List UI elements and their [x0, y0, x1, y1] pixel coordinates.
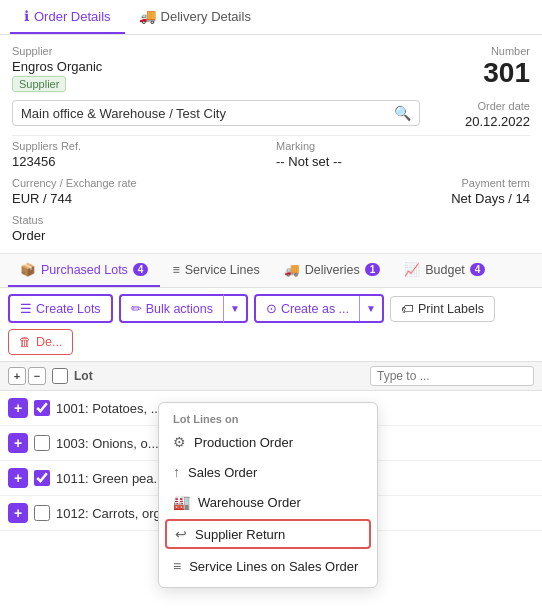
toolbar: ☰ Create Lots ✏ Bulk actions ▼ ⊙ Create … [0, 288, 542, 362]
create-as-button[interactable]: ⊙ Create as ... [256, 296, 360, 321]
number-value: 301 [430, 59, 530, 87]
purchased-lots-icon: 📦 [20, 262, 36, 277]
row-checkbox-4[interactable] [34, 505, 50, 521]
delete-icon: 🗑 [19, 335, 32, 349]
create-lots-button[interactable]: ☰ Create Lots [8, 294, 113, 323]
tab-delivery-details[interactable]: 🚚 Delivery Details [125, 0, 265, 34]
collapse-all-btn[interactable]: − [28, 367, 46, 385]
bulk-actions-icon: ✏ [131, 301, 142, 316]
dropdown-section-label: Lot Lines on [159, 409, 377, 427]
supplier-group: Supplier Engros Organic Supplier [12, 45, 420, 92]
number-group: Number 301 [430, 45, 530, 92]
supplier-name: Engros Organic [12, 59, 420, 74]
table-header: + − Lot [0, 362, 542, 391]
supplier-label: Supplier [12, 45, 420, 57]
dropdown-item-production-order[interactable]: ⚙ Production Order [159, 427, 377, 457]
warehouse-input[interactable] [21, 106, 394, 121]
supplier-return-icon: ↩ [175, 526, 187, 542]
lot-column-header: Lot [74, 369, 364, 383]
service-lines-icon: ≡ [172, 263, 179, 277]
create-as-caret[interactable]: ▼ [360, 296, 382, 321]
warehouse-order-icon: 🏭 [173, 494, 190, 510]
sales-order-icon: ↑ [173, 464, 180, 480]
top-tabs: ℹ Order Details 🚚 Delivery Details [0, 0, 542, 35]
marking-value: -- Not set -- [276, 154, 530, 169]
tab-order-details[interactable]: ℹ Order Details [10, 0, 125, 34]
dropdown-item-supplier-return[interactable]: ↩ Supplier Return [165, 519, 371, 549]
order-form: Supplier Engros Organic Supplier Number … [0, 35, 542, 254]
order-date-group: Order date 20.12.2022 [430, 100, 530, 129]
dropdown-item-warehouse-order[interactable]: 🏭 Warehouse Order [159, 487, 377, 517]
payment-term-label: Payment term [430, 177, 530, 189]
create-as-dropdown: Lot Lines on ⚙ Production Order ↑ Sales … [158, 402, 378, 588]
warehouse-group[interactable]: 🔍 [12, 100, 420, 129]
bulk-actions-caret[interactable]: ▼ [223, 294, 248, 323]
tab-budget[interactable]: 📈 Budget 4 [392, 254, 497, 287]
order-date-label: Order date [430, 100, 530, 112]
tab-service-lines[interactable]: ≡ Service Lines [160, 254, 271, 287]
bulk-actions-button[interactable]: ✏ Bulk actions [119, 294, 223, 323]
create-lots-icon: ☰ [20, 301, 32, 316]
suppliers-ref-value: 123456 [12, 154, 266, 169]
status-group: Status Order [12, 214, 530, 243]
row-expand-btn-3[interactable]: + [8, 468, 28, 488]
section-tabs: 📦 Purchased Lots 4 ≡ Service Lines 🚚 Del… [0, 254, 542, 288]
currency-value: EUR / 744 [12, 191, 420, 206]
select-all-checkbox[interactable] [52, 368, 68, 384]
order-details-icon: ℹ [24, 8, 29, 24]
delete-button[interactable]: 🗑 De... [8, 329, 73, 355]
production-order-icon: ⚙ [173, 434, 186, 450]
row-expand-btn-2[interactable]: + [8, 433, 28, 453]
marking-label: Marking [276, 140, 530, 152]
purchased-lots-badge: 4 [133, 263, 149, 276]
deliveries-icon: 🚚 [284, 262, 300, 277]
status-label: Status [12, 214, 530, 226]
create-as-icon: ⊙ [266, 301, 277, 316]
create-as-split: ⊙ Create as ... ▼ [254, 294, 384, 323]
number-label: Number [430, 45, 530, 57]
bulk-actions-split: ✏ Bulk actions ▼ [119, 294, 248, 323]
deliveries-badge: 1 [365, 263, 381, 276]
suppliers-ref-group: Suppliers Ref. 123456 [12, 140, 266, 169]
row-checkbox-3[interactable] [34, 470, 50, 486]
order-date-value: 20.12.2022 [430, 114, 530, 129]
print-labels-button[interactable]: 🏷 Print Labels [390, 296, 495, 322]
dropdown-item-service-lines-sales[interactable]: ≡ Service Lines on Sales Order [159, 551, 377, 581]
row-expand-btn-4[interactable]: + [8, 503, 28, 523]
payment-term-value: Net Days / 14 [430, 191, 530, 206]
delivery-details-icon: 🚚 [139, 8, 156, 24]
row-expand-btn-1[interactable]: + [8, 398, 28, 418]
print-labels-icon: 🏷 [401, 302, 414, 316]
marking-group: Marking -- Not set -- [276, 140, 530, 169]
budget-icon: 📈 [404, 262, 420, 277]
lot-search-input[interactable] [370, 366, 534, 386]
dropdown-item-sales-order[interactable]: ↑ Sales Order [159, 457, 377, 487]
service-lines-sales-icon: ≡ [173, 558, 181, 574]
status-value: Order [12, 228, 530, 243]
tab-purchased-lots[interactable]: 📦 Purchased Lots 4 [8, 254, 160, 287]
warehouse-search-icon: 🔍 [394, 105, 411, 121]
supplier-badge: Supplier [12, 76, 66, 92]
expand-controls: + − [8, 367, 46, 385]
currency-group: Currency / Exchange rate EUR / 744 [12, 177, 420, 206]
lots-table: + − Lot + 1001: Potatoes, ... + 1003: On… [0, 362, 542, 531]
tab-deliveries[interactable]: 🚚 Deliveries 1 [272, 254, 392, 287]
budget-badge: 4 [470, 263, 486, 276]
row-checkbox-1[interactable] [34, 400, 50, 416]
suppliers-ref-label: Suppliers Ref. [12, 140, 266, 152]
expand-all-btn[interactable]: + [8, 367, 26, 385]
row-checkbox-2[interactable] [34, 435, 50, 451]
payment-term-group: Payment term Net Days / 14 [430, 177, 530, 206]
currency-label: Currency / Exchange rate [12, 177, 420, 189]
